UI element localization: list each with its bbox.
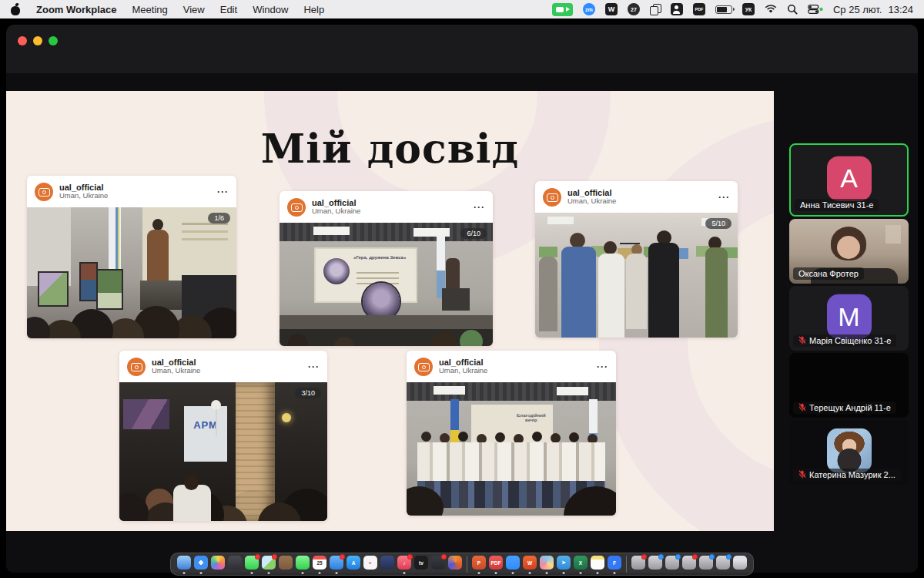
keyboard-layout-icon[interactable]: УК [742,3,755,15]
instagram-avatar-icon [543,188,561,207]
dock-telegram-icon[interactable]: ➤ [556,554,571,574]
projected-slide-text: «Гера, дружина Зевса» [343,255,416,260]
carousel-page-badge: 5/10 [705,218,732,229]
muted-mic-icon [798,403,806,412]
user-status-icon[interactable] [671,3,683,15]
dock-minimized-window-icon[interactable] [698,554,714,574]
dock-powerpoint-icon[interactable]: P [471,554,487,574]
menubar-date[interactable]: Ср 25 лют. [833,4,882,15]
instagram-post-card: ual_official Uman, Ukraine ··· 5/10 [535,181,738,338]
post-more-icon: ··· [597,361,608,372]
zoom-meeting-window: Мій досвід ual_official Uman, Ukraine ··… [6,25,918,573]
instagram-avatar-icon [35,183,53,201]
event-banner: АРМ [184,406,228,462]
dock-pdf-reader-icon[interactable]: PDF [488,554,504,574]
window-zoom-button[interactable] [49,36,58,45]
dock-mail-icon[interactable] [380,554,395,574]
window-close-button[interactable] [18,36,27,45]
dock-music-icon[interactable]: ♪ [397,554,412,574]
menu-window[interactable]: Window [253,4,288,15]
participant-photo-avatar [827,428,872,473]
dock-minimized-window-icon[interactable] [715,554,731,574]
dock-minimized-window-icon[interactable] [681,554,697,574]
menu-edit[interactable]: Edit [220,4,237,15]
calendar-status-icon[interactable]: 27 [628,3,640,15]
post-photo: АРМ 3/10 [119,382,327,521]
dock-messages-icon[interactable] [244,554,259,574]
dock-trash-icon[interactable] [732,554,748,574]
control-center-icon[interactable] [808,5,823,14]
zoom-status-icon[interactable]: zm [583,3,595,15]
dock-minimized-window-icon[interactable] [665,554,680,574]
slide-title: Мій досвід [6,125,774,172]
apple-menu-icon[interactable] [11,4,21,15]
dock-books-icon[interactable] [278,554,293,574]
dock-zoom-icon[interactable] [505,554,521,574]
dock-pixelmator-icon[interactable] [539,554,554,574]
participant-avatar: М [827,294,872,339]
dock-reminders-icon[interactable]: ≡ [363,554,378,574]
menubar-clock[interactable]: 13:24 [888,4,913,15]
dock-freeform-icon[interactable]: F [607,554,622,574]
carousel-page-badge: 6/10 [460,228,487,239]
dock-calendar-icon[interactable]: 25 [312,554,327,574]
pdf-status-icon[interactable]: PDF [693,3,705,15]
post-photo: 1/6 [27,207,236,338]
dock-facetime-icon[interactable] [295,554,310,574]
post-location: Uman, Ukraine [312,207,467,216]
participant-name-label: Оксана Фротер [793,267,864,280]
post-more-icon: ··· [308,361,320,372]
muted-mic-icon [798,470,806,479]
search-icon[interactable] [787,4,798,15]
post-location: Uman, Ukraine [567,197,712,206]
battery-icon[interactable] [715,5,732,14]
dock-finder-icon[interactable] [176,554,192,574]
dock-minimized-window-icon[interactable] [648,554,663,574]
dock-firefox-icon[interactable] [447,554,463,574]
participant-name-label: Марія Свіщенко 31-е [793,334,896,347]
dock-safari-icon[interactable] [193,554,209,574]
instagram-avatar-icon [287,198,306,217]
dock-apple-tv-icon[interactable]: tv [413,554,429,574]
word-status-icon[interactable]: W [605,3,618,15]
post-location: Uman, Ukraine [59,192,211,200]
instagram-avatar-icon [414,358,433,376]
muted-mic-icon [798,336,806,344]
dock-maps-icon[interactable] [261,554,276,574]
screen-recording-camera-icon[interactable] [552,3,573,16]
wifi-icon[interactable] [765,5,777,14]
dock-excel-icon[interactable]: X [573,554,588,574]
menu-help[interactable]: Help [303,4,324,15]
menu-meeting[interactable]: Meeting [132,4,168,15]
participant-name-label: Катерина Мазурик 2... [793,469,901,481]
participant-tile-kateryna[interactable]: Катерина Мазурик 2... [789,420,909,485]
projected-slide-text: Благодійний вечір [511,413,551,422]
window-minimize-button[interactable] [33,36,42,45]
dock-launchpad-icon[interactable] [227,554,243,574]
banner-text: АРМ [184,419,228,431]
instagram-post-card: ual_official Uman, Ukraine ··· 1/6 [27,176,236,338]
dock: 25A≡♪tvPPDFW➤XF [170,553,754,576]
participant-tile-maria[interactable]: М Марія Свіщенко 31-е [789,286,909,351]
participant-name-label: Анна Тисевич 31-е [795,199,879,211]
dock-minimized-window-icon[interactable] [631,554,646,574]
presentation-slide: Мій досвід ual_official Uman, Ukraine ··… [6,91,774,531]
dock-photos-icon[interactable] [210,554,226,574]
post-location: Uman, Ukraine [439,367,591,375]
desktop: Zoom Workplace Meeting View Edit Window … [0,0,924,578]
participant-tile-andriy[interactable]: Терещук Андрій 11-е [789,353,909,418]
carousel-page-badge: 1/6 [208,213,230,223]
participant-name-label: Терещук Андрій 11-е [793,402,896,414]
menu-app-name[interactable]: Zoom Workplace [36,4,117,15]
participant-avatar: А [827,156,872,200]
menu-view[interactable]: View [183,4,205,15]
dock-wps-office-icon[interactable]: W [522,554,537,574]
dock-appstore-icon[interactable]: A [346,554,361,574]
participant-tile-anna[interactable]: А Анна Тисевич 31-е [789,143,909,217]
brick-column [236,382,275,521]
dock-files-icon[interactable] [329,554,344,574]
participant-tile-oksana[interactable]: Оксана Фротер [789,219,909,284]
dock-notes-icon[interactable] [590,554,605,574]
windows-status-icon[interactable] [650,4,661,15]
dock-podcasts-icon[interactable] [430,554,446,574]
